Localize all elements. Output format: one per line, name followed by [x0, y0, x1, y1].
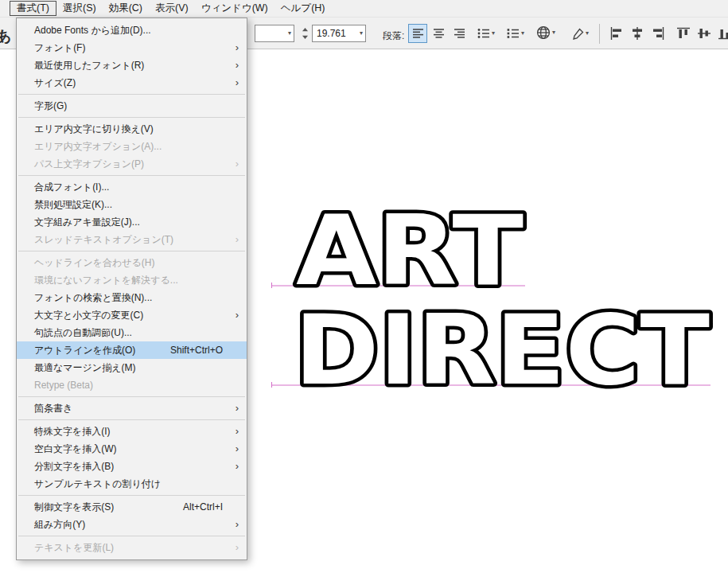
globe-icon — [536, 25, 551, 40]
menu-separator — [18, 396, 245, 397]
submenu-arrow-icon: › — [236, 233, 239, 245]
menu-item-insert-break-character[interactable]: 分割文字を挿入(B)› — [17, 458, 247, 475]
text-object-line1[interactable]: ART — [296, 194, 524, 307]
align-objects-center-button[interactable] — [628, 24, 647, 43]
menubar: 書式(T) 選択(S) 効果(C) 表示(V) ウィンドウ(W) ヘルプ(H) — [0, 0, 728, 18]
submenu-arrow-icon: › — [236, 41, 239, 53]
menu-item-optical-margin-alignment[interactable]: 最適なマージン揃え(M) — [17, 359, 247, 376]
menubar-item-help[interactable]: ヘルプ(H) — [274, 1, 332, 16]
numbered-list-icon — [507, 28, 520, 39]
menu-item-create-outlines[interactable]: アウトラインを作成(O)Shift+Ctrl+O — [17, 341, 247, 359]
menu-separator — [18, 175, 245, 176]
bullet-list-dropdown[interactable]: ▾ — [477, 25, 495, 42]
menu-separator — [18, 536, 245, 536]
align-objects-left-icon — [610, 27, 623, 40]
menu-item-show-hidden-characters[interactable]: 制御文字を表示(S)Alt+Ctrl+I — [17, 498, 247, 516]
partial-glyph: あ — [0, 28, 11, 44]
align-right-button[interactable] — [450, 24, 469, 43]
submenu-arrow-icon: › — [236, 541, 239, 553]
bullet-list-icon — [477, 28, 490, 39]
chevron-down-icon: ▾ — [360, 30, 363, 37]
shortcut-label: Shift+Ctrl+O — [170, 345, 223, 356]
menubar-item-window[interactable]: ウィンドウ(W) — [195, 1, 274, 16]
menu-item-bullets[interactable]: 箇条書き› — [17, 400, 247, 417]
menu-separator — [18, 495, 245, 496]
menu-item-glyphs[interactable]: 字形(G) — [17, 97, 247, 115]
menubar-item-view[interactable]: 表示(V) — [149, 1, 195, 16]
submenu-arrow-icon: › — [236, 518, 239, 530]
submenu-arrow-icon: › — [236, 402, 239, 414]
align-center-button[interactable] — [429, 24, 448, 43]
menu-item-find-replace-font[interactable]: フォントの検索と置換(N)... — [17, 289, 247, 306]
glyph-globe-dropdown[interactable]: ▾ — [536, 24, 555, 41]
text-align-left-icon — [412, 28, 424, 39]
submenu-arrow-icon: › — [236, 460, 239, 472]
chevron-down-icon: ▾ — [288, 30, 291, 37]
align-objects-left-button[interactable] — [607, 24, 626, 43]
chevron-down-icon: ▾ — [586, 30, 589, 37]
menubar-item-type[interactable]: 書式(T) — [10, 1, 56, 16]
align-left-button[interactable] — [408, 24, 427, 43]
text-align-right-icon — [454, 28, 465, 39]
menu-item-fit-headline: ヘッドラインを合わせる(H) — [17, 254, 247, 271]
align-objects-top-icon — [677, 27, 690, 40]
menu-item-threaded-text-options: スレッドテキストオプション(T)› — [17, 231, 247, 248]
chevron-down-icon: ▾ — [521, 30, 524, 37]
brush-icon — [572, 28, 584, 40]
align-objects-bottom-button[interactable] — [715, 24, 728, 43]
submenu-arrow-icon: › — [236, 309, 239, 321]
align-objects-middle-icon — [698, 27, 710, 40]
menu-separator — [18, 94, 245, 95]
menu-separator — [18, 251, 245, 251]
numbered-list-dropdown[interactable]: ▾ — [507, 25, 524, 42]
menu-item-composite-fonts[interactable]: 合成フォント(I)... — [17, 178, 247, 196]
menu-item-fill-with-placeholder-text[interactable]: サンプルテキストの割り付け — [17, 475, 247, 493]
submenu-arrow-icon: › — [236, 425, 239, 437]
submenu-arrow-icon: › — [236, 158, 239, 170]
chevron-down-icon: ▾ — [492, 30, 495, 37]
menu-item-insert-special-character[interactable]: 特殊文字を挿入(I)› — [17, 423, 247, 440]
align-objects-right-button[interactable] — [648, 24, 668, 43]
type-menu-dropdown: Adobe Fonts から追加(D)... フォント(F)› 最近使用したフォ… — [16, 18, 247, 560]
menu-item-update-text: テキストを更新(L)› — [17, 539, 247, 556]
menu-separator — [18, 419, 245, 420]
menu-item-recent-fonts[interactable]: 最近使用したフォント(R)› — [17, 57, 247, 74]
menu-item-font[interactable]: フォント(F)› — [17, 39, 247, 57]
align-objects-center-icon — [631, 27, 644, 40]
up-down-arrows-icon — [302, 27, 309, 40]
menu-item-type-orientation[interactable]: 組み方向(Y)› — [17, 516, 247, 533]
menubar-item-effect[interactable]: 効果(C) — [103, 1, 149, 16]
menu-item-retype-beta: Retype (Beta) — [17, 376, 247, 394]
menu-item-mojikumi-settings[interactable]: 文字組みアキ量設定(J)... — [17, 213, 247, 231]
text-object-line2[interactable]: DIRECT — [294, 294, 710, 407]
align-objects-right-icon — [652, 27, 664, 40]
submenu-arrow-icon: › — [236, 442, 239, 454]
menu-separator — [18, 117, 245, 118]
paragraph-label: 段落: — [383, 29, 404, 43]
character-style-combo[interactable]: ▾ — [255, 25, 294, 42]
text-align-center-icon — [433, 28, 445, 39]
menu-item-change-case[interactable]: 大文字と小文字の変更(C)› — [17, 306, 247, 324]
menu-item-smart-punctuation[interactable]: 句読点の自動調節(U)... — [17, 324, 247, 341]
menu-item-convert-to-area-type[interactable]: エリア内文字に切り換え(V) — [17, 120, 247, 138]
menubar-item-select[interactable]: 選択(S) — [56, 1, 103, 16]
submenu-arrow-icon: › — [236, 59, 239, 71]
menu-item-resolve-missing-fonts: 環境にないフォントを解決する... — [17, 271, 247, 289]
menu-item-add-adobe-fonts[interactable]: Adobe Fonts から追加(D)... — [17, 21, 247, 39]
toolbar-separator — [599, 24, 600, 44]
menu-item-insert-whitespace-character[interactable]: 空白文字を挿入(W)› — [17, 440, 247, 458]
menu-item-area-type-options: エリア内文字オプション(A)... — [17, 138, 247, 155]
submenu-arrow-icon: › — [236, 76, 239, 88]
menu-item-type-on-path-options: パス上文字オプション(P)› — [17, 155, 247, 173]
shortcut-label: Alt+Ctrl+I — [183, 501, 223, 513]
align-objects-top-button[interactable] — [674, 24, 693, 43]
size-value: 19.761 — [317, 28, 346, 39]
align-objects-middle-button[interactable] — [695, 24, 714, 43]
menu-item-kinsoku-settings[interactable]: 禁則処理設定(K)... — [17, 196, 247, 213]
align-objects-bottom-icon — [718, 27, 728, 40]
menu-item-size[interactable]: サイズ(Z)› — [17, 74, 247, 92]
size-stepper[interactable] — [302, 27, 309, 43]
chevron-down-icon: ▾ — [552, 29, 555, 36]
style-brush-dropdown[interactable]: ▾ — [572, 25, 589, 42]
size-combo[interactable]: 19.761 ▾ — [312, 25, 366, 42]
